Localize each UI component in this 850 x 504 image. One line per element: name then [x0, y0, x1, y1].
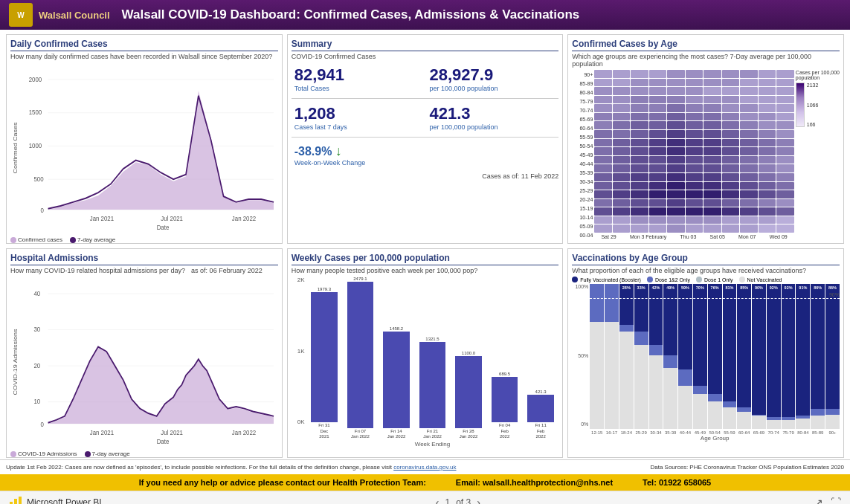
hospital-admissions-panel: Hospital Admissions How many COVID-19 re…	[6, 248, 283, 458]
heatmap-cell	[649, 156, 667, 164]
weekly-bars-area: 1979.3Fri 31Dec20212479.1Fri 07Jan 20221…	[306, 277, 559, 448]
daily-cases-svg: Confirmed Cases 2000 1500 1000 500 0 Jan…	[10, 62, 278, 233]
heatmap-cell	[740, 207, 758, 216]
heatmap-cell	[613, 96, 631, 104]
last7-per100k-value: 421.3	[429, 105, 556, 123]
vax-bar-group: 86%	[825, 284, 840, 429]
unvax-label: Not Vaccinated	[747, 277, 782, 282]
heatmap-cell	[759, 156, 776, 164]
prev-page-button[interactable]: ‹	[436, 497, 440, 505]
heatmap-cell	[776, 87, 794, 95]
svg-text:Confirmed Cases: Confirmed Cases	[12, 123, 19, 174]
heatmap-cell	[649, 207, 667, 216]
heatmap-cell	[759, 70, 776, 78]
heatmap-cell	[667, 182, 685, 190]
weekly-bars: 1979.3Fri 31Dec20212479.1Fri 07Jan 20221…	[306, 277, 559, 439]
help-email: Email: walsall.healthprotection@nhs.net	[456, 478, 613, 487]
heatmap-cell	[613, 224, 631, 233]
booster-segment: 70%	[693, 284, 707, 386]
heatmap-cell	[667, 87, 685, 95]
heatmap-cell	[631, 156, 648, 164]
heatmap-cell	[776, 173, 794, 181]
booster-pct-label: 76%	[711, 285, 719, 290]
svg-marker-29	[48, 348, 274, 424]
vax-x-label: Age Group	[590, 435, 840, 442]
heatmap-cell	[686, 87, 703, 95]
vaccinations-subtitle: What proportion of each of the eligible …	[572, 267, 840, 274]
heatmap-cell	[740, 224, 758, 233]
vax-bar-group: 91%	[796, 284, 810, 429]
covid-data-link[interactable]: coronavirus.data.gov.uk	[393, 464, 456, 471]
heatmap-min: 166	[807, 122, 819, 127]
heatmap-cell	[759, 130, 776, 138]
heatmap-cell	[759, 121, 776, 129]
heatmap-cell	[613, 207, 631, 216]
heatmap-cell	[686, 164, 703, 172]
heatmap-cell	[703, 87, 721, 95]
d12-segment	[811, 409, 825, 416]
legend-hosp-7day-label: 7-day average	[92, 450, 130, 457]
heatmap-cell	[722, 173, 740, 181]
heatmap-cell	[703, 173, 721, 181]
week-change-arrow: ↓	[335, 143, 342, 158]
weekly-bar-wrap: 1321.5Fri 21Jan 2022	[416, 277, 449, 439]
heatmap-cell	[686, 147, 703, 155]
per100k-item: 28,927.9 per 100,000 population	[426, 63, 558, 95]
summary-panel: Summary COVID-19 Confirmed Cases 82,941 …	[287, 34, 564, 244]
heatmap-cell	[631, 147, 648, 155]
heatmap-cell	[686, 199, 703, 207]
booster-pct-label: 42%	[651, 285, 660, 290]
heatmap-cell	[594, 130, 612, 138]
heatmap-cell	[649, 139, 667, 147]
heatmap-mid: 1066	[807, 103, 819, 108]
booster-pct-label: 70%	[696, 285, 704, 290]
weekly-x-label: Week Ending	[306, 441, 559, 448]
weekly-chart-wrap: 2K 1K 0K 1979.3Fri 31Dec20212479.1Fri 07…	[292, 277, 559, 448]
heatmap-cell	[667, 207, 685, 216]
heatmap-cell	[703, 156, 721, 164]
heatmap-cell	[594, 207, 612, 216]
daily-cases-chart: Confirmed Cases 2000 1500 1000 500 0 Jan…	[10, 62, 278, 233]
heatmap-cell	[667, 113, 685, 121]
hosp-7day-dot	[85, 451, 91, 457]
vax-bar-group	[590, 284, 604, 429]
heatmap-cell	[722, 70, 740, 78]
heatmap-row	[594, 96, 794, 104]
target-label: 90%	[829, 292, 840, 297]
d12-label: Dose 1&2 Only	[655, 277, 690, 282]
d12-segment	[590, 284, 604, 322]
heatmap-cell	[740, 113, 758, 121]
heatmap-cell	[631, 224, 648, 233]
share-icon[interactable]: ↗	[814, 497, 823, 505]
heatmap-cell	[686, 79, 703, 87]
next-page-button[interactable]: ›	[477, 497, 480, 505]
weekly-bar-value: 1321.5	[425, 337, 439, 341]
heatmap-cell	[686, 216, 703, 224]
booster-segment: 59%	[678, 284, 692, 369]
vax-bar-group: 70%	[693, 284, 707, 429]
vax-bar-group: 92%	[782, 284, 796, 429]
heatmap-cell	[722, 96, 740, 104]
booster-segment: 81%	[723, 284, 737, 401]
heatmap-cell	[759, 104, 776, 112]
weekly-bar-value: 1458.2	[390, 326, 403, 331]
vax-bar-group: 81%	[723, 284, 737, 429]
weekly-bar	[347, 282, 374, 428]
fullscreen-icon[interactable]: ⛶	[831, 497, 841, 505]
heatmap-cell	[776, 113, 794, 121]
d12-segment	[693, 386, 707, 395]
heatmap-grid	[594, 70, 794, 233]
heatmap-cell	[613, 79, 631, 87]
heatmap-row	[594, 139, 794, 147]
heatmap-cell	[594, 113, 612, 121]
heatmap-cell	[776, 70, 794, 78]
heatmap-legend-values: 2132 1066 166	[807, 83, 819, 127]
unvax-segment	[590, 322, 604, 429]
heatmap-cell	[594, 96, 612, 104]
heatmap-cell	[594, 182, 612, 190]
heatmap-cell	[776, 79, 794, 87]
heatmap-cell	[631, 96, 648, 104]
page-current: 1	[445, 497, 451, 505]
heatmap-cell	[594, 190, 612, 198]
heatmap-cell	[649, 216, 667, 224]
